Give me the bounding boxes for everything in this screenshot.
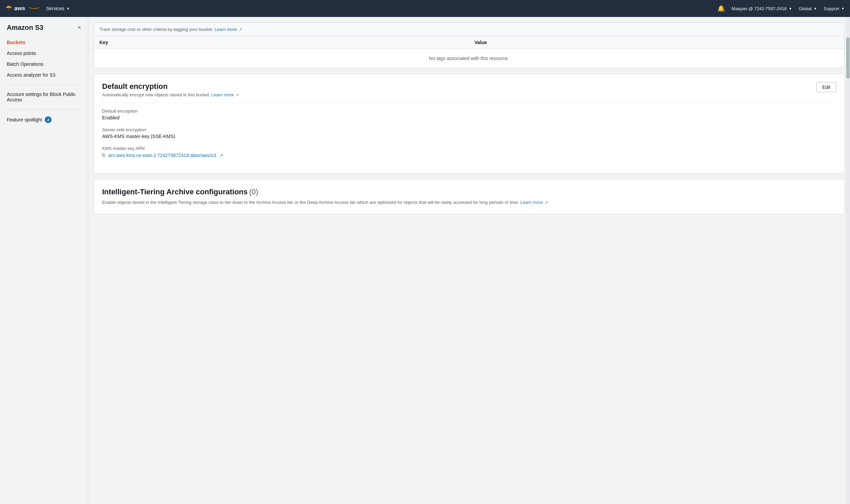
aws-smile-icon: ☂ [5,5,12,12]
tags-description: Track storage cost or other criteria by … [100,27,213,32]
sidebar-item-access-analyzer[interactable]: Access analyzer for S3 [0,70,88,80]
scrollbar-thumb[interactable] [846,38,850,78]
kms-arn-field: KMS master key ARN ⎘ arn:aws:kms:us-east… [102,146,836,158]
encryption-edit-button[interactable]: Edit [816,82,836,92]
default-encryption-field: Default encryption Enabled [102,109,836,121]
support-chevron-icon: ▼ [841,7,845,11]
sidebar-divider-1 [7,85,81,85]
sidebar-item-buckets[interactable]: Buckets [0,37,88,48]
svg-text:aws: aws [14,5,25,12]
sidebar-item-batch-operations[interactable]: Batch Operations [0,59,88,70]
sidebar-close-button[interactable]: × [77,24,81,31]
support-label: Support [824,6,839,11]
tags-external-link-icon: ↗ [239,28,242,32]
scrollbar-track[interactable] [846,17,850,504]
encryption-subtitle-text: Automatically encrypt new objects stored… [102,92,210,97]
kms-arn-label: KMS master key ARN [102,146,836,151]
tiering-count: (0) [249,187,258,196]
tiering-title: Intelligent-Tiering Archive configuratio… [102,187,248,196]
bell-icon: 🔔 [717,5,725,12]
default-encryption-label: Default encryption [102,109,836,114]
services-label: Services [46,6,65,11]
topbar: ☂ aws Services ▼ 🔔 Maayan @ 7242-7587-24… [0,0,850,17]
encryption-external-link-icon: ↗ [236,93,239,97]
copy-icon[interactable]: ⎘ [102,152,106,158]
tiering-section: Intelligent-Tiering Archive configuratio… [94,179,845,214]
tags-top-text: Track storage cost or other criteria by … [94,23,844,36]
server-side-encryption-value: AWS-KMS master-key (SSE-KMS) [102,133,836,139]
sidebar-divider-2 [7,109,81,110]
arn-external-link-icon: ↗ [219,153,223,158]
encryption-section-header: Default encryption Automatically encrypt… [102,82,836,97]
tags-empty-message: No tags associated with this resource. [94,49,844,68]
aws-arrow-icon [29,6,39,11]
feature-spotlight-badge: 2 [45,116,52,123]
region-menu[interactable]: Global ▼ [799,6,817,11]
tiering-description: Enable objects stored in the Intelligent… [102,199,836,206]
services-chevron-icon: ▼ [67,7,70,11]
tags-key-header: Key [94,36,469,49]
sidebar-title: Amazon S3 [7,24,43,32]
services-nav[interactable]: Services ▼ [46,6,70,11]
kms-arn-link[interactable]: arn:aws:kms:us-east-2:724275872418:alias… [108,152,216,158]
user-label: Maayan @ 7242-7587-2418 [731,6,786,11]
feature-spotlight-label: Feature spotlight [7,117,42,123]
encryption-section: Default encryption Automatically encrypt… [94,74,845,174]
server-side-encryption-field: Server-side encryption AWS-KMS master-ke… [102,127,836,139]
tags-table-header: Key Value [94,36,844,49]
notifications-button[interactable]: 🔔 [717,5,725,12]
layout: Amazon S3 × Buckets Access points Batch … [0,17,850,504]
tags-section: Track storage cost or other criteria by … [94,22,845,68]
encryption-learn-more-link[interactable]: Learn more [211,92,234,97]
tiering-desc-text: Enable objects stored in the Intelligent… [102,200,519,205]
sidebar-nav: Buckets Access points Batch Operations A… [0,37,88,80]
aws-logo-svg: aws [14,4,27,13]
arn-container: ⎘ arn:aws:kms:us-east-2:724275872418:ali… [102,152,836,158]
user-chevron-icon: ▼ [789,7,792,11]
default-encryption-value: Enabled [102,115,836,121]
tags-value-header: Value [469,36,844,49]
sidebar-header: Amazon S3 × [0,24,88,37]
tags-learn-more-link[interactable]: Learn more [214,27,237,32]
encryption-header-text: Default encryption Automatically encrypt… [102,82,239,97]
region-chevron-icon: ▼ [814,7,817,11]
region-label: Global [799,6,812,11]
tiering-header: Intelligent-Tiering Archive configuratio… [102,187,836,196]
tiering-learn-more-link[interactable]: Learn more [520,200,543,205]
encryption-subtitle: Automatically encrypt new objects stored… [102,92,239,97]
encryption-title: Default encryption [102,82,239,91]
user-menu[interactable]: Maayan @ 7242-7587-2418 ▼ [731,6,792,11]
sidebar-item-access-points[interactable]: Access points [0,48,88,59]
sidebar: Amazon S3 × Buckets Access points Batch … [0,17,88,504]
sidebar-item-account-settings[interactable]: Account settings for Block Public Access [0,89,88,105]
topbar-right: 🔔 Maayan @ 7242-7587-2418 ▼ Global ▼ Sup… [717,5,845,12]
aws-logo[interactable]: ☂ aws [5,4,39,13]
server-side-encryption-label: Server-side encryption [102,127,836,132]
support-menu[interactable]: Support ▼ [824,6,845,11]
tiering-external-link-icon: ↗ [545,200,548,205]
encryption-divider-1 [102,103,836,103]
main-content: Track storage cost or other criteria by … [88,17,850,504]
sidebar-item-feature-spotlight[interactable]: Feature spotlight 2 [0,114,88,126]
